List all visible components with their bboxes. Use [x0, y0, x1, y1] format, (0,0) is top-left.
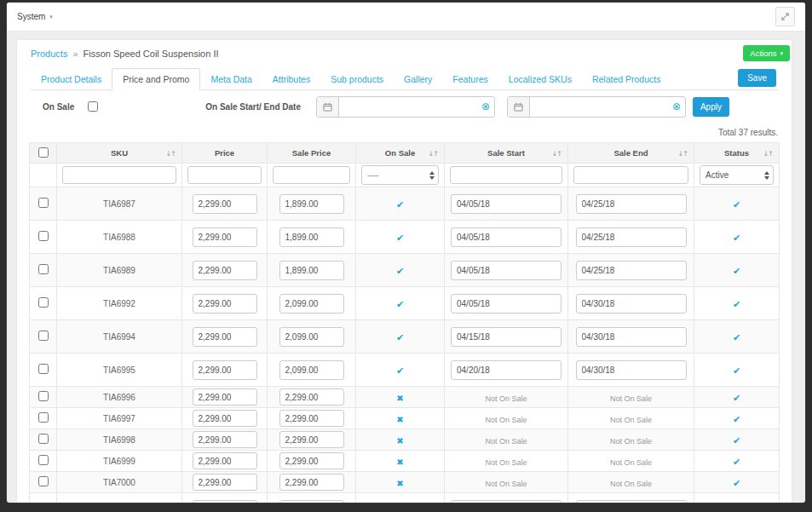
sale-end-input[interactable]	[576, 360, 687, 380]
sort-icon[interactable]: ↓↑	[429, 149, 438, 157]
row-checkbox[interactable]	[38, 297, 49, 308]
sale-price-input[interactable]	[279, 327, 344, 347]
actions-button[interactable]: Actions ▾	[743, 45, 790, 61]
tab-related-products[interactable]: Related Products	[582, 70, 671, 89]
sale-end-input[interactable]	[576, 327, 687, 347]
filter-sale-start-input[interactable]	[450, 166, 562, 184]
filter-sku-input[interactable]	[62, 166, 176, 184]
sale-price-input[interactable]	[279, 500, 344, 503]
sale-price-input[interactable]	[279, 194, 344, 214]
price-input[interactable]	[193, 474, 257, 491]
tab-attributes[interactable]: Attributes	[262, 70, 320, 89]
price-input[interactable]	[193, 500, 257, 503]
row-checkbox[interactable]	[38, 364, 49, 374]
row-checkbox[interactable]	[38, 264, 49, 274]
apply-button[interactable]: Apply	[693, 97, 729, 117]
sale-end-input[interactable]	[576, 194, 687, 214]
calendar-icon[interactable]	[317, 97, 339, 117]
price-input[interactable]	[193, 227, 257, 247]
clear-date-icon[interactable]: ⊗	[672, 101, 681, 112]
chevron-down-icon: ▾	[780, 50, 783, 57]
filter-price-input[interactable]	[187, 166, 262, 184]
not-on-sale-label: Not On Sale	[485, 458, 527, 467]
filter-on-sale-select[interactable]: ----	[361, 165, 439, 185]
column-header-sale-price: Sale Price	[268, 143, 356, 164]
price-input[interactable]	[193, 261, 257, 280]
column-header-sku[interactable]: SKU↓↑	[57, 143, 182, 164]
price-input[interactable]	[193, 327, 257, 347]
save-button[interactable]: Save	[738, 69, 776, 87]
row-checkbox[interactable]	[38, 455, 49, 465]
tab-localized-skus[interactable]: Localized SKUs	[498, 70, 582, 89]
sale-end-input[interactable]	[576, 294, 687, 314]
price-input[interactable]	[193, 431, 257, 448]
sale-price-input[interactable]	[279, 294, 344, 314]
sale-start-input[interactable]	[451, 327, 561, 347]
row-checkbox[interactable]	[38, 198, 49, 208]
status-check-icon: ✔	[733, 233, 740, 244]
column-header-status[interactable]: Status↓↑	[694, 143, 780, 164]
select-all-checkbox[interactable]	[38, 147, 49, 158]
sale-end-input[interactable]	[576, 227, 687, 247]
sale-start-input[interactable]	[451, 500, 561, 503]
price-input[interactable]	[193, 410, 257, 427]
system-menu[interactable]: System ▾	[17, 12, 53, 21]
row-checkbox[interactable]	[38, 391, 49, 401]
sale-end-input[interactable]	[576, 261, 687, 280]
products-link[interactable]: Products	[31, 49, 67, 59]
calendar-icon[interactable]	[508, 97, 530, 117]
clear-date-icon[interactable]: ⊗	[481, 101, 490, 112]
filter-status-select[interactable]: Active	[700, 165, 774, 185]
sale-price-input[interactable]	[279, 388, 344, 406]
sale-start-input[interactable]	[451, 261, 561, 280]
on-sale-check-icon: ✔	[396, 233, 404, 244]
tab-meta-data[interactable]: Meta Data	[200, 70, 262, 89]
row-checkbox[interactable]	[38, 231, 49, 241]
breadcrumb-row: Products » Fisson Speed Coil Suspension …	[17, 40, 792, 67]
column-header-sale-start[interactable]: Sale Start↓↑	[445, 143, 568, 164]
sale-price-input[interactable]	[279, 261, 344, 280]
price-input[interactable]	[193, 452, 257, 469]
column-header-sale-end[interactable]: Sale End↓↑	[568, 143, 694, 164]
sale-end-input[interactable]	[576, 500, 687, 503]
row-checkbox[interactable]	[38, 434, 49, 444]
sort-icon[interactable]: ↓↑	[763, 149, 773, 157]
sale-price-input[interactable]	[279, 474, 344, 491]
tab-price-and-promo[interactable]: Price and Promo	[112, 68, 200, 90]
price-input[interactable]	[193, 194, 257, 214]
bulk-sale-end-input[interactable]	[530, 97, 685, 117]
expand-button[interactable]	[775, 7, 795, 26]
sale-start-input[interactable]	[451, 194, 561, 214]
row-checkbox[interactable]	[38, 476, 49, 486]
row-checkbox[interactable]	[38, 331, 49, 341]
on-sale-check-icon: ✔	[396, 266, 404, 277]
filter-sale-price-input[interactable]	[273, 166, 350, 184]
sale-start-input[interactable]	[451, 227, 561, 247]
sale-start-input[interactable]	[451, 360, 561, 380]
filter-sale-end-input[interactable]	[573, 166, 688, 184]
bulk-sale-start-input[interactable]	[339, 97, 494, 117]
table-header-row: SKU↓↑ Price Sale Price On Sale↓↑ Sale St…	[30, 143, 780, 164]
status-check-icon: ✔	[733, 435, 740, 446]
price-input[interactable]	[193, 294, 257, 314]
column-header-on-sale[interactable]: On Sale↓↑	[356, 143, 445, 164]
sale-price-input[interactable]	[279, 452, 344, 469]
sale-price-input[interactable]	[279, 431, 344, 448]
tab-gallery[interactable]: Gallery	[394, 70, 442, 89]
sort-icon[interactable]: ↓↑	[552, 149, 561, 157]
product-table: SKU↓↑ Price Sale Price On Sale↓↑ Sale St…	[29, 142, 780, 503]
price-input[interactable]	[193, 360, 257, 380]
on-sale-checkbox[interactable]	[88, 101, 98, 112]
sort-icon[interactable]: ↓↑	[166, 149, 176, 157]
sale-price-input[interactable]	[279, 360, 344, 380]
sale-price-input[interactable]	[279, 227, 344, 247]
sale-start-input[interactable]	[451, 294, 561, 314]
tab-product-details[interactable]: Product Details	[31, 70, 112, 89]
tabs-wrap: Product DetailsPrice and PromoMeta DataA…	[17, 69, 792, 90]
tab-sub-products[interactable]: Sub products	[320, 70, 394, 89]
price-input[interactable]	[193, 388, 257, 406]
row-checkbox[interactable]	[38, 412, 49, 423]
sort-icon[interactable]: ↓↑	[678, 149, 688, 157]
tab-features[interactable]: Features	[442, 70, 498, 89]
sale-price-input[interactable]	[279, 410, 344, 427]
